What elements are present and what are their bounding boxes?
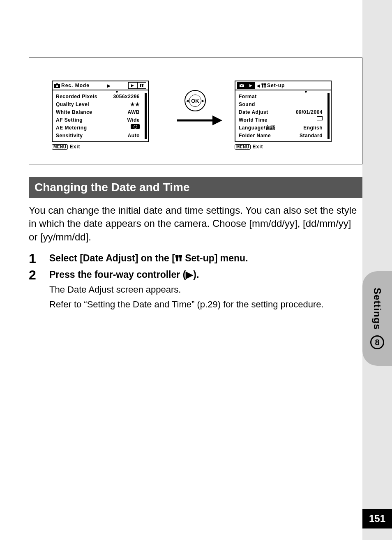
- metering-icon: [131, 124, 140, 129]
- svg-rect-1: [56, 83, 58, 85]
- svg-rect-7: [142, 84, 143, 85]
- scroll-down-icon: ▼: [304, 90, 308, 94]
- svg-rect-17: [264, 83, 266, 85]
- list-item: Sound: [239, 101, 327, 108]
- play-tab-icon: [246, 82, 255, 89]
- scrollbar: [145, 93, 147, 139]
- arrow-right-icon: [177, 115, 222, 125]
- svg-rect-16: [262, 83, 264, 85]
- list-item: AE Metering: [56, 124, 145, 132]
- list-item: Language/言語English: [239, 124, 327, 132]
- scrollbar: [327, 93, 330, 139]
- section-tab: Settings 8: [362, 271, 392, 366]
- list-item: White BalanceAWB: [56, 108, 145, 116]
- controller-left-icon: ◂: [186, 98, 189, 104]
- intro-paragraph: You can change the initial date and time…: [29, 204, 362, 244]
- setup-title: Set-up: [267, 83, 285, 88]
- step-title: Select [Date Adjust] on the [ Set-up] me…: [49, 252, 362, 265]
- step-subtext: Refer to “Setting the Date and Time” (p.…: [49, 298, 362, 311]
- setup-body: ▼ Format Sound Date Adjust09/01/2004 Wor…: [235, 90, 331, 141]
- step-title: Press the four-way controller (▶).: [49, 268, 362, 281]
- list-item: Folder NameStandard: [239, 132, 327, 140]
- svg-point-12: [241, 85, 242, 87]
- step-number: 2: [29, 268, 40, 282]
- list-item: SensitivityAuto: [56, 132, 145, 140]
- step-number: 1: [29, 252, 40, 265]
- content-area: Rec. Mode ▶ ▼ Recorded Pixels3056x2296 Q…: [29, 58, 362, 314]
- list-item: Recorded Pixels3056x2296: [56, 93, 145, 101]
- svg-marker-13: [249, 84, 252, 87]
- menu-chip: MENU: [52, 144, 68, 150]
- list-item: AF SettingWide: [56, 116, 145, 124]
- rec-mode-title: Rec. Mode: [61, 83, 90, 88]
- setup-screen: ◀ Set-up ▼ Format Sound Date Adjust09/01…: [235, 81, 332, 154]
- section-heading: Changing the Date and Time: [29, 177, 362, 198]
- svg-point-2: [56, 85, 58, 87]
- list-item: Date Adjust09/01/2004: [239, 108, 327, 116]
- setup-headbar: ◀ Set-up: [235, 81, 331, 90]
- figure-box: Rec. Mode ▶ ▼ Recorded Pixels3056x2296 Q…: [29, 58, 362, 164]
- setup-tab-icon: [137, 82, 146, 89]
- list-item: Quality Level★★: [56, 101, 145, 108]
- section-label: Settings: [371, 288, 383, 330]
- step-item: 2 Press the four-way controller (▶). The…: [29, 268, 362, 310]
- play-tab-icon: [128, 82, 137, 89]
- exit-label: Exit: [252, 144, 263, 150]
- steps-list: 1 Select [Date Adjust] on the [ Set-up] …: [29, 252, 362, 310]
- svg-rect-11: [241, 84, 242, 85]
- setup-icon: [175, 255, 182, 262]
- section-number: 8: [370, 335, 384, 349]
- exit-label: Exit: [69, 144, 80, 150]
- ok-controller: OK ◂ ▸: [184, 90, 206, 111]
- camera-icon: [54, 83, 60, 88]
- setup-tab-icon: [261, 83, 266, 88]
- rec-mode-screen: Rec. Mode ▶ ▼ Recorded Pixels3056x2296 Q…: [52, 81, 149, 154]
- svg-marker-9: [212, 115, 222, 125]
- page: Settings 8 151 Rec. Mode ▶: [0, 0, 392, 540]
- menu-chip: MENU: [235, 144, 251, 150]
- side-gutter: Settings 8: [362, 0, 392, 540]
- svg-rect-6: [140, 84, 141, 85]
- setup-footer: MENU Exit: [235, 144, 332, 150]
- svg-marker-3: [131, 84, 134, 87]
- step-subtext: The Date Adjust screen appears.: [49, 284, 362, 296]
- scroll-down-icon: ▼: [115, 90, 119, 94]
- rec-mode-headbar: Rec. Mode ▶: [53, 81, 148, 90]
- rec-mode-footer: MENU Exit: [52, 144, 149, 150]
- step-item: 1 Select [Date Adjust] on the [ Set-up] …: [29, 252, 362, 265]
- rec-mode-body: ▼ Recorded Pixels3056x2296 Quality Level…: [53, 90, 148, 141]
- svg-rect-20: [175, 255, 179, 258]
- controller-right-icon: ▸: [202, 98, 204, 104]
- list-item: World Time: [239, 116, 327, 124]
- svg-rect-21: [179, 255, 182, 258]
- list-item: Format: [239, 93, 327, 101]
- world-time-checkbox: [317, 116, 323, 120]
- page-number: 151: [362, 509, 392, 528]
- camera-tab-icon: [237, 82, 246, 89]
